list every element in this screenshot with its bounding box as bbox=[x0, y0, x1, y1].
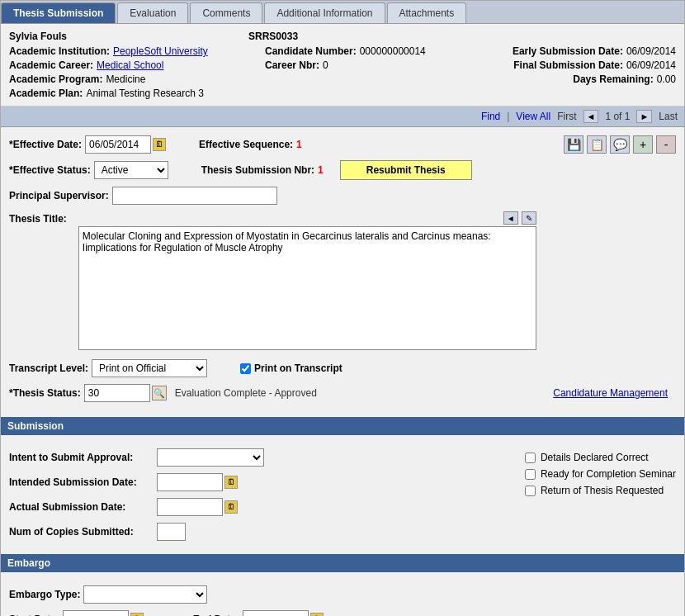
principal-supervisor-label: Principal Supervisor: bbox=[9, 190, 109, 201]
copy-icon-button[interactable]: 📋 bbox=[587, 135, 607, 154]
nav-prev-button[interactable]: ◄ bbox=[583, 110, 599, 123]
details-declared-checkbox[interactable] bbox=[525, 453, 536, 463]
print-on-transcript-checkbox[interactable] bbox=[240, 363, 251, 374]
find-link[interactable]: Find bbox=[481, 111, 500, 122]
srrs-id: SRRS0033 bbox=[248, 31, 298, 42]
textarea-left-arrow[interactable]: ◄ bbox=[503, 211, 518, 225]
thesis-title-textarea[interactable] bbox=[78, 226, 536, 350]
early-submission-date-label: Early Submission Date: bbox=[513, 45, 623, 57]
tab-evaluation[interactable]: Evaluation bbox=[117, 2, 188, 23]
return-of-thesis-label: Return of Thesis Requested bbox=[541, 485, 664, 496]
academic-plan-value: Animal Testing Research 3 bbox=[86, 88, 204, 99]
submission-section: Submission Intent to Submit Approval: In… bbox=[1, 417, 684, 554]
comment-icon-button[interactable]: 💬 bbox=[610, 135, 630, 154]
header-section: Sylvia Fouls SRRS0033 Academic Instituti… bbox=[1, 24, 684, 107]
tab-thesis-submission[interactable]: Thesis Submission bbox=[1, 2, 116, 23]
tab-additional-information[interactable]: Additional Information bbox=[264, 2, 385, 23]
save-icon-button[interactable]: 💾 bbox=[564, 135, 583, 154]
final-submission-date-value: 06/09/2014 bbox=[626, 59, 676, 71]
actual-submission-calendar-icon[interactable]: 🗓 bbox=[224, 500, 238, 514]
thesis-submission-nbr-value: 1 bbox=[318, 164, 324, 176]
effective-sequence-value: 1 bbox=[296, 139, 302, 150]
effective-date-label: *Effective Date: bbox=[9, 139, 82, 150]
end-date-calendar-icon[interactable]: 🗓 bbox=[310, 613, 324, 616]
student-name: Sylvia Fouls bbox=[9, 31, 67, 42]
transcript-level-label: Transcript Level: bbox=[9, 362, 88, 374]
intent-to-submit-label: Intent to Submit Approval: bbox=[9, 452, 154, 463]
candidate-number-label: Candidate Number: bbox=[265, 45, 357, 57]
actual-submission-date-label: Actual Submission Date: bbox=[9, 501, 154, 513]
add-row-button[interactable]: + bbox=[633, 135, 653, 154]
embargo-header: Embargo bbox=[1, 554, 684, 572]
transcript-level-select[interactable]: Print on Official Do Not Print Print on … bbox=[92, 359, 207, 377]
effective-status-select[interactable]: Active Inactive bbox=[94, 161, 168, 179]
remove-row-button[interactable]: - bbox=[656, 135, 676, 154]
tab-attachments[interactable]: Attachments bbox=[387, 2, 467, 23]
final-submission-date-label: Final Submission Date: bbox=[513, 59, 623, 71]
toolbar-separator: | bbox=[507, 111, 509, 122]
ready-for-completion-row: Ready for Completion Seminar bbox=[525, 468, 676, 480]
toolbar: Find | View All First ◄ 1 of 1 ► Last bbox=[1, 107, 684, 127]
candidate-number-value: 000000000014 bbox=[360, 45, 426, 57]
thesis-status-input[interactable] bbox=[84, 384, 150, 402]
details-declared-label: Details Declared Correct bbox=[541, 452, 649, 463]
ready-for-completion-label: Ready for Completion Seminar bbox=[541, 468, 676, 480]
nav-first-label: First bbox=[557, 111, 576, 122]
intended-submission-date-label: Intended Submission Date: bbox=[9, 476, 154, 488]
nav-page-info: 1 of 1 bbox=[605, 111, 630, 122]
days-remaining-label: Days Remaining: bbox=[573, 73, 653, 85]
print-on-transcript-label: Print on Transcript bbox=[254, 362, 342, 374]
details-declared-row: Details Declared Correct bbox=[525, 452, 676, 463]
academic-institution-label: Academic Institution: bbox=[9, 45, 110, 57]
tab-bar: Thesis Submission Evaluation Comments Ad… bbox=[1, 1, 684, 24]
candidature-management-link[interactable]: Candidature Management bbox=[553, 387, 668, 399]
ready-for-completion-checkbox[interactable] bbox=[525, 469, 536, 480]
days-remaining-value: 0.00 bbox=[657, 73, 676, 85]
return-of-thesis-checkbox[interactable] bbox=[525, 486, 536, 496]
academic-program-value: Medicine bbox=[106, 73, 145, 85]
tab-comments[interactable]: Comments bbox=[190, 2, 262, 23]
effective-date-calendar-icon[interactable]: 🗓 bbox=[153, 138, 166, 151]
thesis-status-label: *Thesis Status: bbox=[9, 387, 81, 399]
return-of-thesis-row: Return of Thesis Requested bbox=[525, 485, 676, 496]
resubmit-thesis-button[interactable]: Resubmit Thesis bbox=[340, 160, 472, 180]
effective-date-input[interactable] bbox=[85, 135, 151, 154]
submission-header: Submission bbox=[1, 417, 684, 435]
academic-institution-value[interactable]: PeopleSoft University bbox=[113, 45, 208, 57]
thesis-submission-nbr-label: Thesis Submission Nbr: bbox=[201, 164, 314, 176]
thesis-status-search-icon[interactable]: 🔍 bbox=[152, 386, 167, 400]
academic-plan-label: Academic Plan: bbox=[9, 88, 83, 99]
effective-status-label: *Effective Status: bbox=[9, 164, 91, 176]
effective-sequence-label: Effective Sequence: bbox=[199, 139, 293, 150]
nav-last-label: Last bbox=[659, 111, 678, 122]
start-date-input[interactable] bbox=[63, 610, 129, 616]
academic-program-label: Academic Program: bbox=[9, 73, 102, 85]
view-all-link[interactable]: View All bbox=[516, 111, 550, 122]
num-copies-input[interactable] bbox=[157, 523, 186, 541]
embargo-section: Embargo Embargo Type: Start Date: 🗓 End … bbox=[1, 554, 684, 616]
thesis-title-label: Thesis Title: bbox=[9, 211, 67, 225]
textarea-edit-icon[interactable]: ✎ bbox=[522, 211, 536, 225]
principal-supervisor-input[interactable] bbox=[112, 187, 277, 205]
academic-career-label: Academic Career: bbox=[9, 59, 93, 71]
intent-to-submit-select[interactable] bbox=[157, 448, 264, 467]
career-nbr-value: 0 bbox=[323, 59, 328, 71]
num-copies-label: Num of Copies Submitted: bbox=[9, 526, 154, 538]
embargo-type-select[interactable] bbox=[83, 585, 207, 604]
embargo-type-label: Embargo Type: bbox=[9, 589, 80, 600]
start-date-calendar-icon[interactable]: 🗓 bbox=[130, 613, 144, 616]
early-submission-date-value: 06/09/2014 bbox=[626, 45, 676, 57]
end-date-input[interactable] bbox=[243, 610, 309, 616]
main-form-section: *Effective Date: 🗓 Effective Sequence: 1… bbox=[1, 127, 684, 417]
actual-submission-date-input[interactable] bbox=[157, 498, 223, 516]
nav-next-button[interactable]: ► bbox=[636, 110, 652, 123]
intended-submission-calendar-icon[interactable]: 🗓 bbox=[224, 476, 238, 489]
career-nbr-label: Career Nbr: bbox=[265, 59, 319, 71]
thesis-status-text: Evaluation Complete - Approved bbox=[175, 387, 317, 399]
academic-career-value[interactable]: Medical School bbox=[97, 59, 163, 71]
intended-submission-date-input[interactable] bbox=[157, 473, 223, 491]
